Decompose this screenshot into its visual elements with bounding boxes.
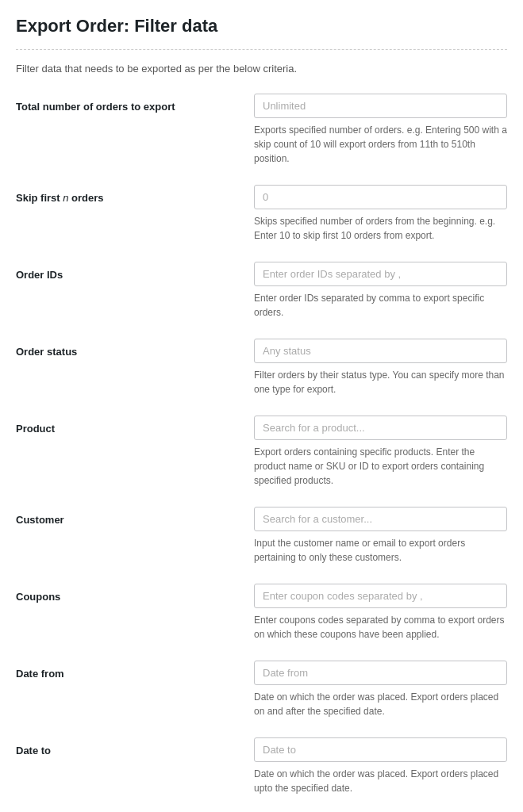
hint-product: Export orders containing specific produc… (254, 445, 507, 488)
field-wrap-coupons (254, 584, 507, 608)
hint-order-status: Filter orders by their status type. You … (254, 368, 507, 396)
hint-order-ids: Enter order IDs separated by comma to ex… (254, 291, 507, 320)
label-product: Product (16, 423, 55, 435)
hint-total-orders: Exports specified number of orders. e.g.… (254, 123, 507, 166)
field-wrap-total-orders (254, 94, 507, 118)
hint-customer: Input the customer name or email to expo… (254, 536, 507, 565)
input-coupons[interactable] (254, 584, 507, 608)
field-cell-coupons: Enter coupons codes separated by comma t… (254, 584, 507, 642)
label-cell-order-status: Order status (16, 339, 254, 358)
input-skip-orders[interactable] (254, 185, 507, 209)
field-cell-product: Export orders containing specific produc… (254, 416, 507, 488)
page-title: Export Order: Filter data (16, 16, 507, 36)
form-row-order-ids: Order IDsEnter order IDs separated by co… (16, 262, 507, 320)
page-container: Export Order: Filter data Filter data th… (0, 0, 523, 812)
form-row-date-from: Date fromDate on which the order was pla… (16, 661, 507, 718)
field-cell-order-ids: Enter order IDs separated by comma to ex… (254, 262, 507, 320)
hint-coupons: Enter coupons codes separated by comma t… (254, 613, 507, 642)
input-order-status[interactable] (254, 339, 507, 363)
field-wrap-date-to (254, 737, 507, 762)
field-cell-date-from: Date on which the order was placed. Expo… (254, 661, 507, 718)
input-total-orders[interactable] (254, 94, 507, 118)
hint-date-to: Date on which the order was placed. Expo… (254, 767, 507, 795)
label-cell-date-from: Date from (16, 661, 254, 680)
form-row-customer: CustomerInput the customer name or email… (16, 507, 507, 565)
label-cell-customer: Customer (16, 507, 254, 526)
page-subtitle: Filter data that needs to be exported as… (16, 63, 507, 75)
label-coupons: Coupons (16, 591, 60, 603)
label-cell-skip-orders: Skip first n orders (16, 185, 254, 204)
label-cell-order-ids: Order IDs (16, 262, 254, 281)
label-order-ids: Order IDs (16, 269, 63, 281)
label-cell-date-to: Date to (16, 737, 254, 756)
form-row-date-to: Date toDate on which the order was place… (16, 737, 507, 795)
form-rows: Total number of orders to exportExports … (16, 94, 507, 795)
form-row-total-orders: Total number of orders to exportExports … (16, 94, 507, 166)
field-cell-total-orders: Exports specified number of orders. e.g.… (254, 94, 507, 166)
input-date-to[interactable] (254, 737, 507, 762)
input-order-ids[interactable] (254, 262, 507, 286)
field-cell-order-status: Filter orders by their status type. You … (254, 339, 507, 396)
input-date-from[interactable] (254, 661, 507, 685)
field-cell-customer: Input the customer name or email to expo… (254, 507, 507, 565)
input-customer[interactable] (254, 507, 507, 531)
field-wrap-customer (254, 507, 507, 531)
hint-date-from: Date on which the order was placed. Expo… (254, 690, 507, 718)
field-wrap-order-ids (254, 262, 507, 286)
label-total-orders: Total number of orders to export (16, 101, 175, 113)
label-cell-coupons: Coupons (16, 584, 254, 603)
form-row-product: ProductExport orders containing specific… (16, 416, 507, 488)
label-date-from: Date from (16, 668, 64, 680)
form-row-order-status: Order statusFilter orders by their statu… (16, 339, 507, 396)
field-wrap-order-status (254, 339, 507, 363)
label-cell-total-orders: Total number of orders to export (16, 94, 254, 113)
form-row-skip-orders: Skip first n ordersSkips specified numbe… (16, 185, 507, 243)
field-wrap-product (254, 416, 507, 440)
section-divider (16, 49, 507, 50)
input-product[interactable] (254, 416, 507, 440)
label-order-status: Order status (16, 346, 77, 358)
field-wrap-date-from (254, 661, 507, 685)
form-row-coupons: CouponsEnter coupons codes separated by … (16, 584, 507, 642)
label-skip-orders: Skip first n orders (16, 192, 104, 204)
hint-skip-orders: Skips specified number of orders from th… (254, 214, 507, 243)
label-customer: Customer (16, 514, 64, 526)
field-wrap-skip-orders (254, 185, 507, 209)
field-cell-skip-orders: Skips specified number of orders from th… (254, 185, 507, 243)
label-date-to: Date to (16, 745, 51, 756)
field-cell-date-to: Date on which the order was placed. Expo… (254, 737, 507, 795)
label-cell-product: Product (16, 416, 254, 435)
